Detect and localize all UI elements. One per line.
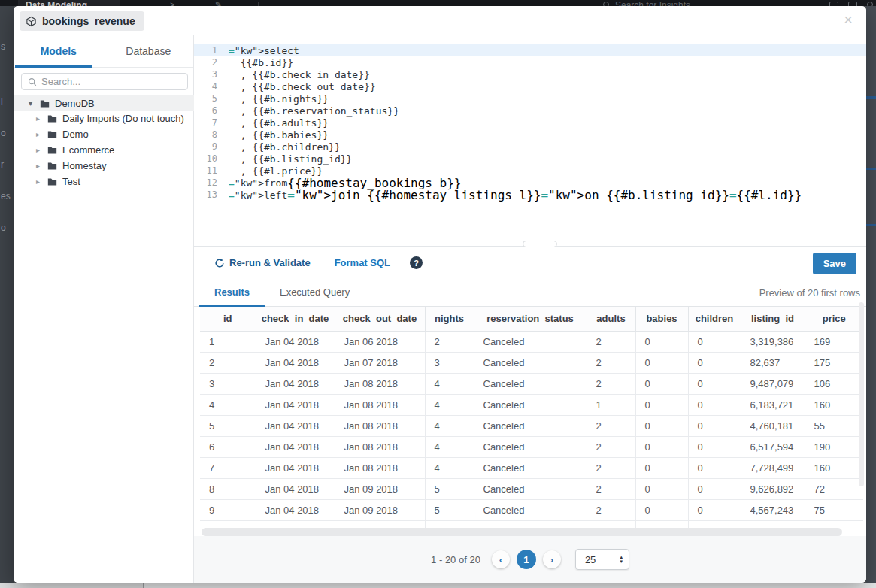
model-name-field[interactable]: bookings_revenue <box>20 11 144 31</box>
code-line: 1="kw">select <box>194 44 866 56</box>
folder-icon <box>47 146 57 154</box>
backdrop-text-fragment: o <box>1 223 6 233</box>
close-icon[interactable]: × <box>844 12 853 27</box>
chevron-right-icon: › <box>550 554 553 565</box>
table-cell: 72 <box>805 478 863 499</box>
column-header: check_in_date <box>256 307 335 331</box>
table-cell: 2 <box>425 331 474 352</box>
save-button[interactable]: Save <box>813 253 856 274</box>
horizontal-scrollbar[interactable] <box>202 528 842 536</box>
line-number: 5 <box>194 93 229 104</box>
editor-resize-handle[interactable] <box>523 241 557 247</box>
search-input[interactable] <box>41 76 169 87</box>
table-cell: 160 <box>805 394 863 415</box>
table-cell: 9,487,079 <box>741 373 805 394</box>
tree-item[interactable]: ▸Demo <box>14 126 194 142</box>
code-line: 9 , {{#b.children}} <box>194 141 866 153</box>
table-cell: 4,567,243 <box>741 499 805 520</box>
table-cell: 2 <box>587 352 635 373</box>
model-tree: ▾DemoDB▸Daily Imports (Do not touch)▸Dem… <box>14 95 194 189</box>
line-number: 4 <box>194 81 229 92</box>
tab-database[interactable]: Database <box>104 35 194 67</box>
table-cell: 0 <box>635 415 688 436</box>
sql-editor[interactable]: 1="kw">select2 {{#b.id}}3 , {{#b.check_i… <box>194 35 866 246</box>
tree-item[interactable]: ▸Daily Imports (Do not touch) <box>14 111 194 126</box>
table-cell: 9,626,892 <box>741 478 805 499</box>
code-text: {{#b.id}} <box>229 57 293 68</box>
table-cell: 0 <box>688 478 741 499</box>
rerun-validate-button[interactable]: Re-run & Validate <box>214 257 311 268</box>
next-page-button[interactable]: › <box>543 550 561 568</box>
table-header-row: idcheck_in_datecheck_out_datenightsreser… <box>200 307 863 331</box>
table-cell: 3 <box>425 352 474 373</box>
table-cell: 106 <box>805 373 863 394</box>
code-text: ="kw">select <box>229 45 299 56</box>
topbar-app-title[interactable]: Data Modeling <box>18 0 120 6</box>
format-sql-button[interactable]: Format SQL <box>335 257 390 268</box>
table-cell: 3,319,386 <box>741 331 805 352</box>
tab-results[interactable]: Results <box>199 286 265 306</box>
table-cell: Canceled <box>474 457 587 478</box>
table-cell: Canceled <box>474 394 587 415</box>
sidebar-search[interactable] <box>21 73 188 90</box>
tree-item-label: Homestay <box>62 160 107 171</box>
table-cell: 4 <box>425 457 474 478</box>
tree-item-label: Demo <box>62 129 89 140</box>
tab-executed-query[interactable]: Executed Query <box>265 286 365 306</box>
tree-item-label: Test <box>62 176 80 187</box>
backdrop-text-fragment: l <box>1 96 3 107</box>
insights-search-input[interactable]: Search for Insights... <box>615 0 698 6</box>
backdrop-text-fragment: o <box>1 128 6 138</box>
table-cell: Jan 04 2018 <box>256 478 335 499</box>
table-cell: 8 <box>200 478 256 499</box>
caret-down-icon: ▾ <box>29 99 35 108</box>
code-line: 2 {{#b.id}} <box>194 56 866 68</box>
tree-item-label: Daily Imports (Do not touch) <box>62 113 184 124</box>
vertical-scrollbar[interactable] <box>859 302 864 486</box>
backdrop-left-strip: sloreso <box>0 6 14 583</box>
table-cell: Jan 09 2018 <box>335 478 425 499</box>
sql-console-icon[interactable]: >_ <box>170 0 180 6</box>
results-table-wrap[interactable]: idcheck_in_datecheck_out_datenightsreser… <box>200 307 863 536</box>
page-size-select[interactable]: 25 ▴▾ <box>575 549 629 570</box>
table-cell: 0 <box>635 352 688 373</box>
code-line: 10 , {{#b.listing_id}} <box>194 153 866 165</box>
line-number: 10 <box>194 153 229 164</box>
table-cell: 7 <box>200 457 256 478</box>
current-page-button[interactable]: 1 <box>517 550 536 569</box>
line-number: 7 <box>194 117 229 128</box>
edit-icon[interactable]: ✎ <box>215 0 222 6</box>
code-line: 3 , {{#b.check_in_date}} <box>194 68 866 80</box>
help-icon[interactable]: ? <box>410 256 423 269</box>
stepper-icon: ▴▾ <box>620 555 623 564</box>
table-cell: 2 <box>587 499 635 520</box>
tree-item[interactable]: ▸Ecommerce <box>14 142 194 158</box>
tree-item[interactable]: ▸Test <box>14 174 194 189</box>
table-cell: Jan 04 2018 <box>256 394 335 415</box>
table-cell: Jan 04 2018 <box>256 499 335 520</box>
code-text: , {{#b.check_out_date}} <box>229 81 376 92</box>
line-number: 8 <box>194 129 229 140</box>
app-topbar: Data Modeling >_ ✎ Search for Insights..… <box>0 0 876 6</box>
column-header: check_out_date <box>335 307 425 331</box>
tree-item[interactable]: ▸Homestay <box>14 158 194 174</box>
table-cell: 175 <box>805 352 863 373</box>
table-cell: 75 <box>805 499 863 520</box>
table-cell: 0 <box>688 352 741 373</box>
table-cell: Jan 08 2018 <box>335 394 425 415</box>
table-cell: Jan 08 2018 <box>335 436 425 457</box>
table-row: 3Jan 04 2018Jan 08 20184Canceled2009,487… <box>200 373 863 394</box>
tree-root-demodb[interactable]: ▾DemoDB <box>14 95 194 111</box>
folder-icon <box>40 99 50 108</box>
table-cell: 2 <box>587 415 635 436</box>
line-number: 11 <box>194 165 229 176</box>
prev-page-button[interactable]: ‹ <box>492 550 510 568</box>
column-header: nights <box>425 307 474 331</box>
results-footer: 1 - 20 of 20 ‹ 1 › 25 ▴▾ <box>194 536 866 583</box>
column-header: id <box>200 307 256 331</box>
tab-models[interactable]: Models <box>14 35 104 67</box>
line-number: 12 <box>194 177 229 188</box>
table-cell: 6,517,594 <box>741 436 805 457</box>
code-text: , {{#b.babies}} <box>229 129 329 141</box>
modal-header: bookings_revenue × <box>14 6 866 35</box>
